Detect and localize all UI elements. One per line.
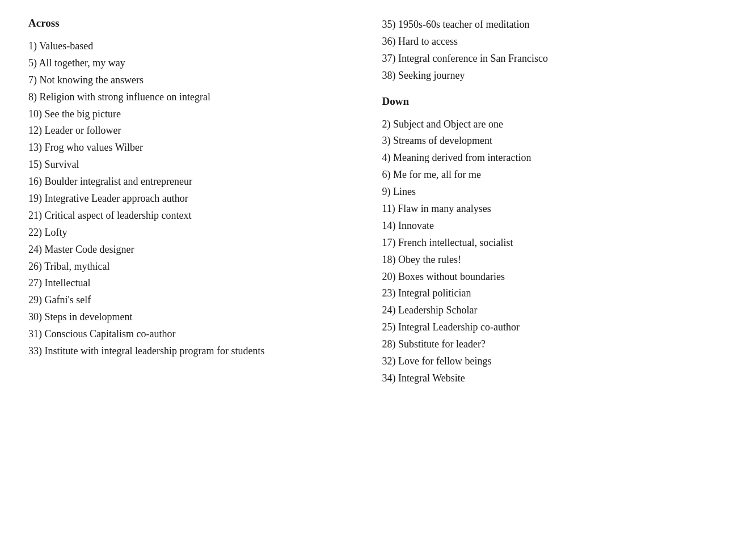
clue-item: 15) Survival: [28, 157, 348, 173]
clue-item: 34) Integral Website: [382, 371, 702, 387]
clue-item: 31) Conscious Capitalism co-author: [28, 326, 348, 342]
clue-item: 27) Intellectual: [28, 275, 348, 291]
clue-item: 19) Integrative Leader approach author: [28, 191, 348, 207]
clue-item: 29) Gafni's self: [28, 292, 348, 308]
clue-item: 6) Me for me, all for me: [382, 167, 702, 183]
clue-item: 4) Meaning derived from interaction: [382, 150, 702, 166]
clue-item: 2) Subject and Object are one: [382, 117, 702, 133]
right-column: 35) 1950s-60s teacher of meditation36) H…: [371, 17, 708, 398]
clue-item: 32) Love for fellow beings: [382, 354, 702, 370]
clue-item: 37) Integral conference in San Francisco: [382, 51, 702, 67]
right-top-extra-list: 35) 1950s-60s teacher of meditation36) H…: [382, 17, 702, 84]
clue-item: 24) Master Code designer: [28, 242, 348, 258]
clue-item: 12) Leader or follower: [28, 123, 348, 139]
clue-item: 17) French intellectual, socialist: [382, 235, 702, 251]
page-container: Across 1) Values-based5) All together, m…: [23, 17, 707, 398]
clue-item: 30) Steps in development: [28, 309, 348, 325]
across-title: Across: [28, 17, 348, 29]
clue-item: 16) Boulder integralist and entrepreneur: [28, 174, 348, 190]
clue-item: 14) Innovate: [382, 218, 702, 234]
clue-item: 22) Lofty: [28, 225, 348, 241]
clue-item: 10) See the big picture: [28, 107, 348, 122]
clue-item: 5) All together, my way: [28, 56, 348, 71]
clue-item: 26) Tribal, mythical: [28, 259, 348, 275]
clue-item: 8) Religion with strong influence on int…: [28, 90, 348, 105]
clue-item: 11) Flaw in many analyses: [382, 201, 702, 217]
down-title: Down: [382, 95, 702, 108]
clue-item: 20) Boxes without boundaries: [382, 269, 702, 285]
clue-item: 13) Frog who values Wilber: [28, 140, 348, 156]
clue-item: 25) Integral Leadership co-author: [382, 320, 702, 336]
clue-item: 21) Critical aspect of leadership contex…: [28, 208, 348, 224]
clue-item: 36) Hard to access: [382, 34, 702, 50]
clue-item: 3) Streams of development: [382, 133, 702, 149]
down-clues-list: 2) Subject and Object are one3) Streams …: [382, 117, 702, 387]
clue-item: 35) 1950s-60s teacher of meditation: [382, 17, 702, 33]
clue-item: 33) Institute with integral leadership p…: [28, 343, 348, 359]
clue-item: 18) Obey the rules!: [382, 252, 702, 268]
clue-item: 9) Lines: [382, 184, 702, 200]
clue-item: 23) Integral politician: [382, 286, 702, 302]
left-column: Across 1) Values-based5) All together, m…: [23, 17, 371, 398]
clue-item: 28) Substitute for leader?: [382, 337, 702, 353]
clue-item: 24) Leadership Scholar: [382, 303, 702, 319]
across-clues-list: 1) Values-based5) All together, my way7)…: [28, 39, 348, 359]
clue-item: 7) Not knowing the answers: [28, 73, 348, 88]
clue-item: 38) Seeking journey: [382, 68, 702, 84]
clue-item: 1) Values-based: [28, 39, 348, 54]
